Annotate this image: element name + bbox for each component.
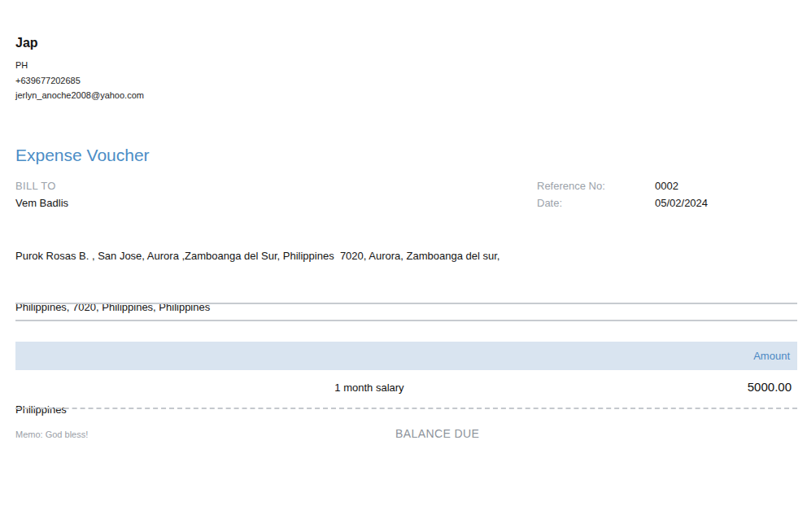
table-header-row: Amount <box>15 342 797 370</box>
business-name: Jap <box>15 36 38 50</box>
balance-due-label: BALANCE DUE <box>395 427 479 440</box>
business-email: jerlyn_anoche2008@yahoo.com <box>15 90 144 100</box>
expense-voucher-document: Jap PH +639677202685 jerlyn_anoche2008@y… <box>0 0 807 532</box>
bill-to-address: Purok Rosas B. , San Jose, Aurora ,Zambo… <box>15 213 536 452</box>
business-country: PH <box>15 60 28 70</box>
reference-label: Reference No: <box>537 180 605 192</box>
row-amount: 5000.00 <box>748 380 792 394</box>
bill-to-address-line: Philippines, 7020, Philippines, Philippi… <box>15 299 536 316</box>
reference-value: 0002 <box>655 180 678 192</box>
date-value: 05/02/2024 <box>655 197 708 209</box>
bill-to-address-line: Philippines <box>15 401 536 418</box>
bill-to-label: BILL TO <box>15 180 56 192</box>
row-description: 1 month salary <box>15 382 723 394</box>
bill-to-name: Vem Badlis <box>15 197 68 209</box>
business-phone: +639677202685 <box>15 76 81 85</box>
date-label: Date: <box>537 197 562 209</box>
dashed-divider <box>15 408 797 409</box>
amount-column-header: Amount <box>753 350 790 362</box>
page-title: Expense Voucher <box>15 146 150 165</box>
memo-text: Memo: God bless! <box>15 430 88 439</box>
divider <box>15 303 797 304</box>
bill-to-address-line: Purok Rosas B. , San Jose, Aurora ,Zambo… <box>15 247 536 264</box>
divider <box>15 320 797 321</box>
